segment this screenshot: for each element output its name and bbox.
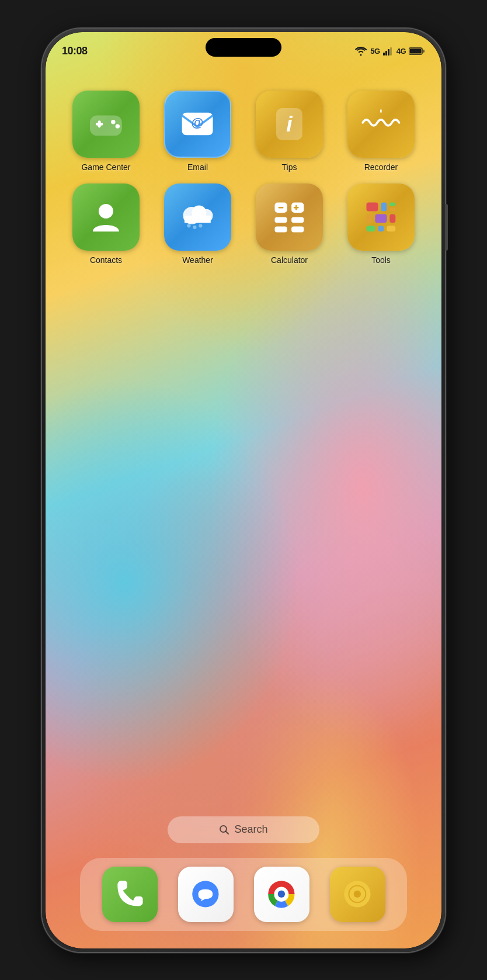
svg-rect-1 bbox=[385, 51, 387, 56]
dock-icon-settings bbox=[330, 867, 385, 922]
svg-point-17 bbox=[99, 204, 113, 219]
app-item-game-center[interactable]: Game Center bbox=[63, 91, 149, 172]
svg-rect-21 bbox=[185, 216, 211, 223]
svg-point-24 bbox=[193, 225, 196, 228]
app-label-tools: Tools bbox=[371, 255, 391, 265]
messages-icon bbox=[187, 876, 224, 912]
app-icon-calculator bbox=[256, 183, 323, 251]
recorder-icon bbox=[359, 102, 403, 146]
dock-item-chrome[interactable] bbox=[254, 867, 309, 922]
svg-rect-9 bbox=[98, 120, 101, 127]
dock-item-messages[interactable] bbox=[178, 867, 234, 922]
svg-rect-37 bbox=[389, 202, 395, 206]
app-label-recorder: Recorder bbox=[364, 162, 398, 172]
app-icon-recorder bbox=[347, 91, 415, 158]
svg-rect-31 bbox=[291, 226, 304, 232]
search-icon bbox=[219, 825, 229, 835]
battery-icon bbox=[409, 47, 425, 56]
app-item-email[interactable]: @ Email bbox=[155, 91, 241, 172]
svg-rect-43 bbox=[378, 226, 384, 231]
wifi-icon bbox=[354, 47, 367, 56]
svg-rect-29 bbox=[291, 217, 304, 223]
signal-icon bbox=[383, 47, 394, 56]
tools-icon bbox=[359, 195, 403, 239]
search-label: Search bbox=[234, 823, 267, 836]
svg-point-51 bbox=[278, 891, 285, 898]
app-item-tools[interactable]: Tools bbox=[338, 183, 424, 265]
app-item-contacts[interactable]: Contacts bbox=[63, 183, 149, 265]
gamepad-icon bbox=[84, 102, 128, 146]
dock-item-phone[interactable] bbox=[102, 867, 158, 922]
svg-point-10 bbox=[111, 120, 115, 124]
svg-rect-0 bbox=[383, 53, 385, 56]
dynamic-island bbox=[206, 38, 281, 57]
svg-text:@: @ bbox=[192, 115, 204, 130]
svg-rect-34 bbox=[295, 205, 297, 210]
app-item-tips[interactable]: i Tips bbox=[246, 91, 332, 172]
status-time: 10:08 bbox=[62, 45, 88, 57]
weather-icon bbox=[176, 195, 220, 239]
svg-rect-40 bbox=[375, 214, 387, 223]
svg-rect-39 bbox=[367, 214, 373, 223]
app-label-weather: Weather bbox=[182, 255, 213, 265]
tips-icon: i bbox=[267, 102, 311, 146]
svg-rect-5 bbox=[423, 50, 425, 53]
app-grid: Game Center @ Email bbox=[46, 91, 441, 265]
contacts-icon bbox=[84, 195, 128, 239]
svg-point-11 bbox=[116, 124, 120, 128]
app-icon-weather bbox=[164, 183, 231, 251]
app-label-contacts: Contacts bbox=[90, 255, 122, 265]
search-bar[interactable]: Search bbox=[168, 816, 319, 843]
svg-rect-35 bbox=[367, 202, 378, 211]
svg-line-46 bbox=[226, 831, 229, 834]
app-item-weather[interactable]: Weather bbox=[155, 183, 241, 265]
app-label-email: Email bbox=[187, 162, 208, 172]
settings-icon bbox=[339, 876, 375, 912]
svg-rect-28 bbox=[275, 217, 287, 223]
app-icon-tips: i bbox=[256, 91, 323, 158]
svg-rect-32 bbox=[279, 207, 284, 208]
4g-icon: 4G bbox=[396, 47, 406, 56]
svg-rect-42 bbox=[367, 226, 375, 231]
dock-icon-chrome bbox=[254, 867, 309, 922]
svg-text:i: i bbox=[286, 111, 293, 136]
status-icons: 5G 4G bbox=[354, 47, 425, 56]
app-item-calculator[interactable]: Calculator bbox=[246, 183, 332, 265]
svg-rect-36 bbox=[381, 202, 387, 211]
email-icon: @ bbox=[176, 103, 218, 145]
phone-frame: 10:08 5G 4G bbox=[42, 29, 445, 952]
app-icon-email: @ bbox=[164, 91, 231, 158]
svg-rect-6 bbox=[410, 49, 422, 54]
svg-point-25 bbox=[199, 224, 202, 227]
app-label-calculator: Calculator bbox=[271, 255, 308, 265]
svg-rect-44 bbox=[387, 226, 395, 231]
app-item-recorder[interactable]: Recorder bbox=[338, 91, 424, 172]
5g-icon: 5G bbox=[370, 47, 380, 56]
phone-icon bbox=[112, 876, 148, 912]
chrome-icon bbox=[263, 876, 300, 912]
app-icon-tools bbox=[347, 183, 415, 251]
dock-icon-phone bbox=[102, 867, 158, 922]
calculator-icon bbox=[267, 195, 311, 239]
svg-rect-2 bbox=[388, 49, 389, 56]
app-icon-game-center bbox=[72, 91, 140, 158]
app-label-tips: Tips bbox=[282, 162, 297, 172]
screen: 10:08 5G 4G bbox=[46, 32, 441, 948]
svg-rect-3 bbox=[390, 47, 392, 56]
dock-item-settings[interactable] bbox=[330, 867, 385, 922]
dock bbox=[80, 858, 407, 931]
app-label-game-center: Game Center bbox=[81, 162, 130, 172]
phone-inner: 10:08 5G 4G bbox=[46, 32, 441, 948]
svg-rect-30 bbox=[275, 226, 287, 232]
svg-point-23 bbox=[187, 224, 190, 227]
svg-rect-41 bbox=[389, 214, 395, 223]
svg-rect-38 bbox=[389, 207, 395, 211]
svg-point-55 bbox=[356, 893, 359, 895]
app-icon-contacts bbox=[72, 183, 140, 251]
dock-icon-messages bbox=[178, 867, 234, 922]
